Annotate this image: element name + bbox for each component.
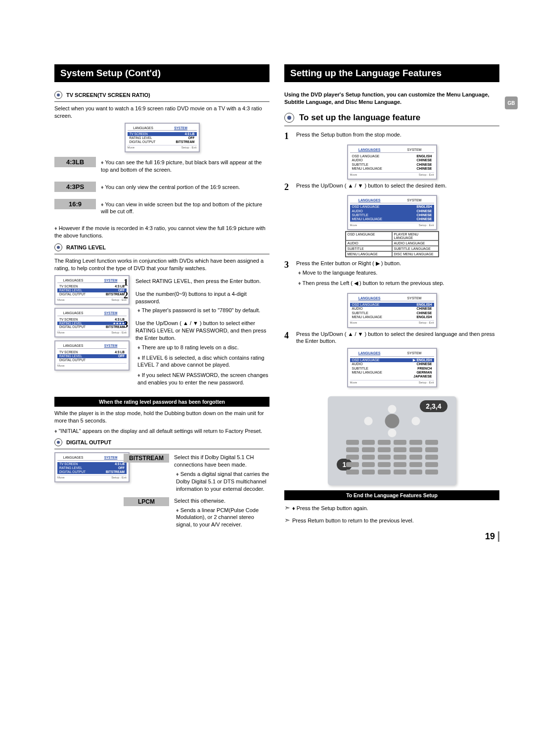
rating-menu-stack: LANGUAGESSYSTEM TV SCREEN4:3 LB RATING L… [54, 275, 119, 392]
end-strip: To End the Language Features Setup [284, 490, 499, 500]
end-text1: ➣♦ Press the Setup button again. [284, 503, 499, 513]
bubble-234: 2,3,4 [420, 400, 447, 412]
bullet-icon [284, 113, 294, 123]
section-digital-title: DIGITAL OUTPUT [66, 439, 111, 445]
end-text2: ➣Press Return button to return to the pr… [284, 516, 499, 525]
tv-intro: Select when you want to watch a 16:9 scr… [54, 105, 269, 120]
section-rating-title: RATING LEVEL [66, 244, 106, 250]
page-number: 19 [485, 531, 499, 542]
opt-43ps: 4:3PS [54, 182, 96, 192]
pointer-icon: ➣ [284, 516, 290, 524]
section-tv-screen-head: TV SCREEN(TV SCREEN RATIO) [54, 91, 269, 102]
remote-illustration: 2,3,4 1 [328, 396, 456, 485]
bullet-icon [54, 91, 62, 99]
opt-lpcm: LPCM [124, 497, 169, 506]
lang-menu-4: LANGUAGESSYSTEM OSD LANGUAGE▶ ENGLISH AU… [347, 348, 437, 387]
right-intro: Using the DVD player's Setup function, y… [284, 91, 499, 106]
forgot-strip: When the rating level password has been … [54, 397, 269, 407]
right-title: Setting up the Language Features [284, 64, 499, 82]
forgot-text1: While the player is in the stop mode, ho… [54, 410, 269, 425]
gb-badge: GB [505, 96, 518, 109]
tv-options-table: 4:3LBYou can see the full 16:9 picture, … [54, 155, 269, 220]
big-lang-head: To set up the language feature [284, 113, 499, 126]
section-tv-screen-title: TV SCREEN(TV SCREEN RATIO) [66, 92, 150, 98]
opt-43lb: 4:3LB [54, 157, 96, 167]
system-menu-tv: LANGUAGES SYSTEM TV SCREEN4:3 LB RATING … [125, 123, 200, 152]
lang-menu-1: LANGUAGESSYSTEM OSD LANGUAGEENGLISH AUDI… [347, 144, 437, 180]
lang-menu-2: LANGUAGESSYSTEM OSD LANGUAGEENGLISH AUDI… [347, 195, 437, 230]
pointer-icon: ➣ [284, 504, 290, 512]
system-menu-digital: LANGUAGESSYSTEM TV SCREEN4:3 LB RATING L… [54, 452, 130, 482]
section-rating-head: RATING LEVEL [54, 243, 269, 254]
section-digital-head: DIGITAL OUTPUT [54, 438, 269, 449]
big-lang-title: To set up the language feature [299, 113, 420, 123]
tv-note: However if the movie is recorded in 4:3 … [54, 225, 269, 239]
right-column: Setting up the Language Features Using t… [284, 64, 499, 533]
rating-intro: The Rating Level function works in conju… [54, 257, 269, 272]
bullet-icon [54, 438, 62, 446]
tooltip-table: OSD LANGUAGEPLAYER MENU LANGUAGE AUDIOAU… [345, 231, 439, 257]
opt-169: 16:9 [54, 199, 96, 209]
opt-bitstream: BITSTREAM [124, 454, 169, 463]
forgot-text2: "INITIAL" appears on the display and all… [54, 427, 269, 435]
bubble-1: 1 [337, 459, 353, 471]
left-column: System Setup (Cont'd) TV SCREEN(TV SCREE… [54, 64, 269, 533]
bullet-icon [54, 243, 62, 251]
left-title: System Setup (Cont'd) [54, 64, 269, 82]
lang-menu-3: LANGUAGESSYSTEM OSD LANGUAGEENGLISH AUDI… [347, 293, 437, 328]
